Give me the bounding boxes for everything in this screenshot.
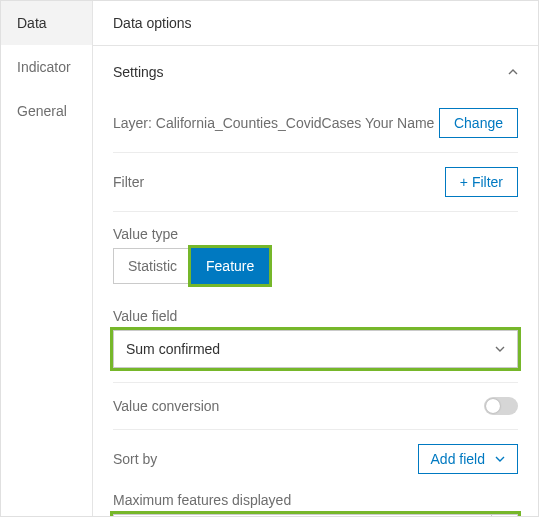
main-panel: Data options Settings Layer: California_… bbox=[93, 1, 538, 516]
config-window: Data Indicator General Data options Sett… bbox=[0, 0, 539, 517]
add-filter-button-label: + Filter bbox=[460, 174, 503, 190]
add-field-button-label: Add field bbox=[431, 451, 485, 467]
step-up-button[interactable] bbox=[492, 515, 517, 516]
toggle-knob bbox=[486, 399, 500, 413]
sort-by-label: Sort by bbox=[113, 451, 157, 467]
add-field-button[interactable]: Add field bbox=[418, 444, 518, 474]
value-field-value: Sum confirmed bbox=[126, 341, 220, 357]
value-conversion-row: Value conversion bbox=[113, 382, 518, 429]
sidebar: Data Indicator General bbox=[1, 1, 93, 516]
value-field-label: Value field bbox=[113, 308, 518, 324]
layer-label: Layer: California_Counties_CovidCases Yo… bbox=[113, 115, 434, 131]
value-type-section: Value type Statistic Feature bbox=[113, 211, 518, 298]
filter-label: Filter bbox=[113, 174, 144, 190]
spinner-buttons bbox=[491, 515, 517, 516]
sidebar-item-data[interactable]: Data bbox=[1, 1, 92, 45]
sidebar-item-general[interactable]: General bbox=[1, 89, 92, 133]
sidebar-item-label: General bbox=[17, 103, 67, 119]
max-features-section: Maximum features displayed bbox=[113, 488, 518, 516]
panel-header: Data options bbox=[93, 1, 538, 46]
sidebar-item-label: Indicator bbox=[17, 59, 71, 75]
seg-label: Statistic bbox=[128, 258, 177, 274]
chevron-up-icon bbox=[508, 67, 518, 77]
settings-title: Settings bbox=[113, 64, 164, 80]
value-type-label: Value type bbox=[113, 226, 518, 242]
seg-label: Feature bbox=[206, 258, 254, 274]
sidebar-item-label: Data bbox=[17, 15, 47, 31]
sidebar-item-indicator[interactable]: Indicator bbox=[1, 45, 92, 89]
add-filter-button[interactable]: + Filter bbox=[445, 167, 518, 197]
max-features-input[interactable] bbox=[114, 515, 491, 516]
chevron-down-icon bbox=[495, 454, 505, 464]
value-type-statistic[interactable]: Statistic bbox=[113, 248, 192, 284]
value-field-select[interactable]: Sum confirmed bbox=[113, 330, 518, 368]
panel-title: Data options bbox=[113, 15, 192, 31]
chevron-down-icon bbox=[495, 344, 505, 354]
value-conversion-label: Value conversion bbox=[113, 398, 219, 414]
panel-content: Settings Layer: California_Counties_Covi… bbox=[93, 46, 538, 516]
value-conversion-toggle[interactable] bbox=[484, 397, 518, 415]
layer-row: Layer: California_Counties_CovidCases Yo… bbox=[113, 94, 518, 152]
value-field-section: Value field Sum confirmed bbox=[113, 298, 518, 382]
settings-header[interactable]: Settings bbox=[113, 46, 518, 94]
value-type-group: Statistic Feature bbox=[113, 248, 518, 284]
sort-by-row: Sort by Add field bbox=[113, 429, 518, 488]
max-features-spinner bbox=[113, 514, 518, 516]
filter-row: Filter + Filter bbox=[113, 152, 518, 211]
value-type-feature[interactable]: Feature bbox=[191, 248, 269, 284]
max-features-label: Maximum features displayed bbox=[113, 492, 518, 508]
change-button[interactable]: Change bbox=[439, 108, 518, 138]
change-button-label: Change bbox=[454, 115, 503, 131]
